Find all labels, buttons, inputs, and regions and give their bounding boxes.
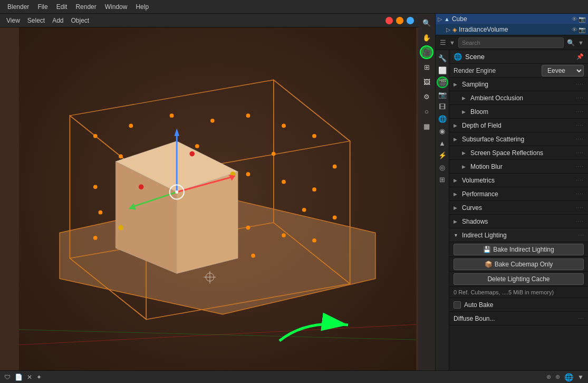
svg-point-40 [333, 215, 337, 219]
shield-icon[interactable]: 🛡 [4, 374, 11, 381]
props-search-input[interactable] [458, 37, 564, 48]
modifier-icon[interactable]: ⚡ [437, 149, 448, 161]
close-status-icon[interactable]: ✕ [27, 374, 32, 381]
vp-grid-icon[interactable]: ⊞ [420, 60, 433, 74]
section-sss[interactable]: ▶ Subsurface Scattering ···· [449, 132, 588, 146]
diffuse-row: Diffuse Boun... ···· [449, 312, 588, 325]
down-arrow-icon[interactable]: ▼ [577, 374, 584, 381]
mb-label: Motion Blur [470, 163, 574, 170]
right-panel: ▷ ▲ Cube 👁 📷 ▷ ◈ IrradianceVolume 👁 📷 [435, 14, 588, 370]
delete-cache-button[interactable]: Delete Lighting Cache [454, 273, 584, 285]
outliner-cube-actions: 👁 📷 [572, 16, 586, 23]
cursor-icon: ⊕ [555, 374, 560, 380]
world-icon[interactable]: ◉ [437, 125, 448, 137]
section-dof[interactable]: ▶ Depth of Field ···· [449, 119, 588, 132]
file-icon[interactable]: 📄 [15, 374, 23, 381]
render-props-icon[interactable]: 🎬 [437, 76, 448, 88]
output-props-icon[interactable]: 📷 [437, 89, 448, 100]
chevron-mb: ▶ [462, 164, 468, 169]
section-ambient-occlusion[interactable]: ▶ Ambient Occlusion ···· [449, 91, 588, 105]
vp-image-icon[interactable]: 🖼 [420, 75, 433, 89]
view-layer-icon[interactable]: 🎞 [437, 101, 448, 112]
viewport[interactable]: View Select Add Object [0, 14, 435, 370]
expand-icon[interactable]: ▼ [578, 40, 584, 46]
eye2-icon[interactable]: 👁 [572, 26, 577, 33]
auto-bake-checkbox[interactable] [454, 301, 461, 309]
sampling-dots: ···· [576, 81, 584, 87]
menu-help[interactable]: Help [132, 2, 152, 12]
vp-sphere-icon[interactable]: ○ [420, 104, 433, 118]
perf-label: Performance [462, 190, 574, 198]
physics-icon[interactable]: ⊞ [437, 174, 448, 185]
chevron-ao: ▶ [462, 95, 468, 101]
vp-view-menu[interactable]: View [4, 16, 22, 25]
svg-point-29 [282, 233, 286, 237]
bake-cubemap-row: 📦 Bake Cubemap Only [449, 257, 588, 272]
info-text: 0 Ref. Cubemaps, ....5 MiB in memory) [454, 289, 554, 295]
delete-cache-label: Delete Lighting Cache [487, 275, 550, 283]
section-motion-blur[interactable]: ▶ Motion Blur ···· [449, 160, 588, 174]
scene-title: Scene [465, 53, 573, 61]
object-props-icon[interactable]: ▲ [437, 137, 448, 149]
props-dropdown-icon[interactable]: ▼ [449, 40, 455, 46]
indirect-lighting-section: ▼ Indirect Lighting ···· 💾 Bake Indirect… [449, 228, 588, 325]
bake-indirect-row: 💾 Bake Indirect Lighting [449, 242, 588, 257]
main-area: View Select Add Object [0, 14, 588, 370]
vp-object-menu[interactable]: Object [69, 16, 92, 25]
scene-props-icon[interactable]: 🌐 [437, 113, 448, 125]
ao-dots: ···· [576, 95, 584, 101]
sampling-label: Sampling [462, 81, 574, 88]
svg-point-17 [93, 185, 98, 189]
menu-window[interactable]: Window [102, 2, 131, 12]
star-icon[interactable]: ✦ [36, 374, 42, 381]
indirect-lighting-header[interactable]: ▼ Indirect Lighting ···· [449, 228, 588, 242]
svg-point-32 [195, 144, 199, 148]
ssr-dots: ···· [576, 150, 584, 156]
section-performance[interactable]: ▶ Performance ···· [449, 187, 588, 201]
vp-select-menu[interactable]: Select [25, 16, 47, 25]
props-panel-header: ☰ ▼ 🔍 ▼ [436, 35, 588, 50]
pin-icon[interactable]: 📌 [576, 53, 584, 60]
render-engine-select[interactable]: Eevee [542, 65, 584, 76]
outliner-row-irradiance[interactable]: ▷ ◈ IrradianceVolume 👁 📷 [436, 24, 588, 35]
vp-checker-icon[interactable]: ▦ [420, 119, 433, 133]
sss-dots: ···· [576, 136, 584, 142]
section-volumetrics[interactable]: ▶ Volumetrics ···· [449, 174, 588, 187]
perf-dots: ···· [576, 191, 584, 197]
menu-file[interactable]: File [34, 2, 51, 12]
vp-zoom-icon[interactable]: 🔍 [420, 16, 433, 30]
outliner-row-cube[interactable]: ▷ ▲ Cube 👁 📷 [436, 14, 588, 24]
vp-settings-icon[interactable]: ⚙ [420, 90, 433, 103]
bake-cubemap-button[interactable]: 📦 Bake Cubemap Only [454, 258, 584, 270]
tools-icon[interactable]: 🔧 [437, 52, 448, 64]
menu-render[interactable]: Render [72, 2, 99, 12]
svg-point-36 [302, 208, 306, 212]
bake-indirect-button[interactable]: 💾 Bake Indirect Lighting [454, 244, 584, 255]
svg-point-14 [246, 113, 250, 118]
vp-camera-icon[interactable]: 🎥 [420, 45, 433, 59]
menu-edit[interactable]: Edit [53, 2, 71, 12]
menu-blender[interactable]: Blender [4, 2, 32, 12]
svg-point-22 [282, 180, 286, 184]
section-sampling[interactable]: ▶ Sampling ···· [449, 78, 588, 91]
eye-icon[interactable]: 👁 [572, 16, 577, 23]
active-tool-icon[interactable]: ⬜ [437, 64, 448, 76]
camera-outliner-icon[interactable]: 📷 [579, 16, 586, 23]
vp-grab-icon[interactable]: ✋ [420, 31, 433, 44]
section-bloom[interactable]: ▶ Bloom ···· [449, 105, 588, 119]
section-curves[interactable]: ▶ Curves ···· [449, 201, 588, 215]
diffuse-label: Diffuse Boun... [454, 315, 578, 322]
vp-add-menu[interactable]: Add [50, 16, 65, 25]
outliner-cube-label: Cube [452, 15, 570, 23]
curves-dots: ···· [576, 205, 584, 210]
section-shadows[interactable]: ▶ Shadows ···· [449, 215, 588, 228]
dot-orange [396, 17, 403, 24]
earth-icon[interactable]: 🌐 [564, 373, 573, 381]
dot-blue [407, 17, 414, 24]
particles-icon[interactable]: ◎ [437, 161, 448, 173]
section-ssr[interactable]: ▶ Screen Space Reflections ···· [449, 146, 588, 160]
chevron-shadows: ▶ [454, 219, 460, 224]
auto-bake-label[interactable]: Auto Bake [454, 301, 493, 309]
camera2-icon[interactable]: 📷 [579, 26, 586, 33]
info-row: 0 Ref. Cubemaps, ....5 MiB in memory) [449, 286, 588, 298]
